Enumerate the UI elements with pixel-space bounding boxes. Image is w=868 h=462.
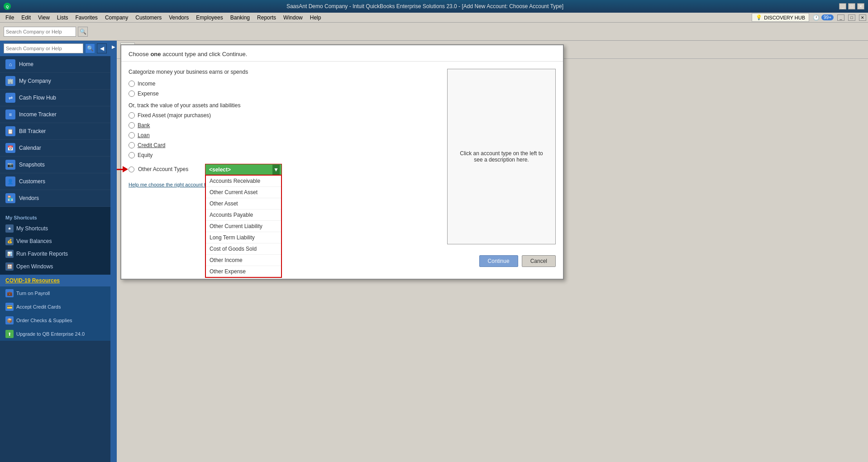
sidebar-search-button[interactable]: 🔍 (85, 43, 95, 53)
dialog-container: Choose one account type and click Contin… (117, 41, 868, 462)
menu-bar: File Edit View Lists Favorites Company C… (0, 13, 868, 23)
option-other-asset[interactable]: Other Asset (206, 198, 281, 210)
upgrade-icon: ⬆ (5, 330, 14, 338)
income-radio-row: Income (129, 81, 440, 87)
menu-help[interactable]: Help (306, 14, 325, 22)
arrow-shaft (117, 169, 123, 170)
menu-view[interactable]: View (34, 14, 53, 22)
sidebar-item-cash-flow[interactable]: ⇌ Cash Flow Hub (0, 90, 110, 106)
reports-icon: 📊 (5, 250, 14, 258)
menu-close[interactable]: ✕ (859, 14, 866, 21)
menu-restore[interactable]: □ (848, 14, 855, 21)
main-layout: 🔍 ◀ ⌂ Home 🏢 My Company ⇌ Cash Flow Hub … (0, 41, 868, 462)
instruction-pre: Choose (129, 51, 150, 57)
option-other-income[interactable]: Other Income (206, 255, 281, 266)
discovery-hub-button[interactable]: 💡 DISCOVERY HUB (752, 13, 809, 22)
help-link[interactable]: Help me choose the right account type. (129, 182, 440, 187)
equity-label: Equity (138, 152, 153, 158)
menu-window[interactable]: Window (280, 14, 306, 22)
dropdown-select-display[interactable]: <select> ▼ (205, 164, 282, 175)
menu-minimize[interactable]: _ (837, 14, 844, 21)
loan-radio[interactable] (129, 132, 135, 138)
other-account-dropdown[interactable]: <select> ▼ Accounts Receivable Other Cur… (205, 164, 282, 175)
option-cost-of-goods-sold[interactable]: Cost of Goods Sold (206, 243, 281, 255)
dialog-left-panel: Categorize money your business earns or … (129, 69, 440, 244)
continue-button[interactable]: Continue (479, 255, 518, 267)
covid-item-checks[interactable]: 📦 Order Checks & Supplies (0, 314, 110, 327)
shortcut-view-balances[interactable]: 💰 View Balances (0, 235, 110, 248)
expense-radio-row: Expense (129, 90, 440, 97)
income-expense-group: Income Expense (129, 81, 440, 97)
bank-radio[interactable] (129, 122, 135, 129)
dropdown-arrow-button[interactable]: ▼ (272, 165, 280, 175)
sidebar-item-bill-tracker[interactable]: 📋 Bill Tracker (0, 123, 110, 140)
option-accounts-receivable[interactable]: Accounts Receivable (206, 176, 281, 187)
sidebar-search-input[interactable] (4, 43, 83, 53)
categorize-section-label: Categorize money your business earns or … (129, 69, 440, 75)
menu-favorites[interactable]: Favorites (72, 14, 101, 22)
covid-payroll-label: Turn on Payroll (16, 291, 50, 296)
expense-radio[interactable] (129, 90, 135, 97)
menu-lists[interactable]: Lists (53, 14, 72, 22)
maximize-button[interactable]: □ (848, 3, 855, 10)
assets-section-label: Or, track the value of your assets and l… (129, 102, 440, 109)
option-other-current-liability[interactable]: Other Current Liability (206, 221, 281, 232)
covid-resources-header[interactable]: COVID-19 Resources (0, 275, 110, 286)
shortcut-open-windows[interactable]: 🪟 Open Windows (0, 260, 110, 273)
lightbulb-icon: 💡 (756, 14, 762, 20)
description-placeholder: Click an account type on the left to see… (455, 150, 548, 163)
menu-customers[interactable]: Customers (132, 14, 165, 22)
fixed-asset-row: Fixed Asset (major purchases) (129, 112, 440, 119)
covid-item-payroll[interactable]: 💼 Turn on Payroll (0, 286, 110, 300)
menu-reports[interactable]: Reports (253, 14, 280, 22)
fixed-asset-radio[interactable] (129, 112, 135, 119)
shortcut-my-shortcuts[interactable]: ★ My Shortcuts (0, 222, 110, 235)
arrow-head (123, 166, 128, 172)
option-other-current-asset[interactable]: Other Current Asset (206, 187, 281, 198)
notification-badge[interactable]: 99+ (821, 14, 834, 20)
equity-radio[interactable] (129, 152, 135, 158)
other-account-radio[interactable] (129, 167, 134, 172)
sidebar-item-customers[interactable]: 👤 Customers (0, 173, 110, 190)
credit-card-radio[interactable] (129, 142, 135, 148)
menu-vendors[interactable]: Vendors (165, 14, 192, 22)
company-icon: 🏢 (5, 76, 15, 86)
sidebar-item-calendar[interactable]: 📅 Calendar (0, 140, 110, 157)
sidebar-item-income-tracker[interactable]: ≡ Income Tracker (0, 106, 110, 123)
covid-item-upgrade[interactable]: ⬆ Upgrade to QB Enterprise 24.0 (0, 327, 110, 341)
close-button[interactable]: ✕ (857, 3, 864, 10)
sidebar-item-vendors[interactable]: 🏪 Vendors (0, 190, 110, 207)
menu-banking[interactable]: Banking (227, 14, 253, 22)
toolbar: 🔍 (0, 23, 868, 41)
menu-file[interactable]: File (2, 14, 18, 22)
minimize-button[interactable]: _ (839, 3, 846, 10)
sidebar-toggle[interactable]: ▶ (110, 41, 117, 462)
menu-employees[interactable]: Employees (192, 14, 226, 22)
sidebar-item-my-company[interactable]: 🏢 My Company (0, 73, 110, 90)
assets-group: Fixed Asset (major purchases) Bank Loan (129, 112, 440, 158)
credit-card-icon: 💳 (5, 303, 14, 311)
toolbar-search-input[interactable] (4, 27, 76, 37)
loan-label: Loan (138, 132, 150, 138)
option-long-term-liability[interactable]: Long Term Liability (206, 232, 281, 243)
toolbar-search-button[interactable]: 🔍 (78, 27, 88, 37)
fixed-asset-label: Fixed Asset (major purchases) (138, 112, 211, 119)
cancel-button[interactable]: Cancel (522, 255, 556, 267)
menu-company[interactable]: Company (101, 14, 132, 22)
snapshots-icon: 📷 (5, 160, 15, 170)
sidebar-item-snapshots[interactable]: 📷 Snapshots (0, 157, 110, 173)
dropdown-selected-value: <select> (209, 167, 231, 173)
shortcuts-header: My Shortcuts (0, 212, 110, 222)
menu-edit[interactable]: Edit (18, 14, 34, 22)
shortcut-run-reports[interactable]: 📊 Run Favorite Reports (0, 248, 110, 260)
covid-item-credit-cards[interactable]: 💳 Accept Credit Cards (0, 300, 110, 314)
window-controls[interactable]: _ □ ✕ (839, 3, 864, 10)
sidebar-item-home[interactable]: ⌂ Home (0, 56, 110, 73)
sidebar-label-calendar: Calendar (19, 145, 41, 151)
income-radio[interactable] (129, 81, 135, 87)
sidebar-collapse-button[interactable]: ◀ (97, 43, 107, 53)
sidebar-label-my-company: My Company (19, 78, 51, 84)
option-accounts-payable[interactable]: Accounts Payable (206, 210, 281, 221)
shortcut-reports-label: Run Favorite Reports (16, 251, 68, 257)
option-other-expense[interactable]: Other Expense (206, 266, 281, 277)
